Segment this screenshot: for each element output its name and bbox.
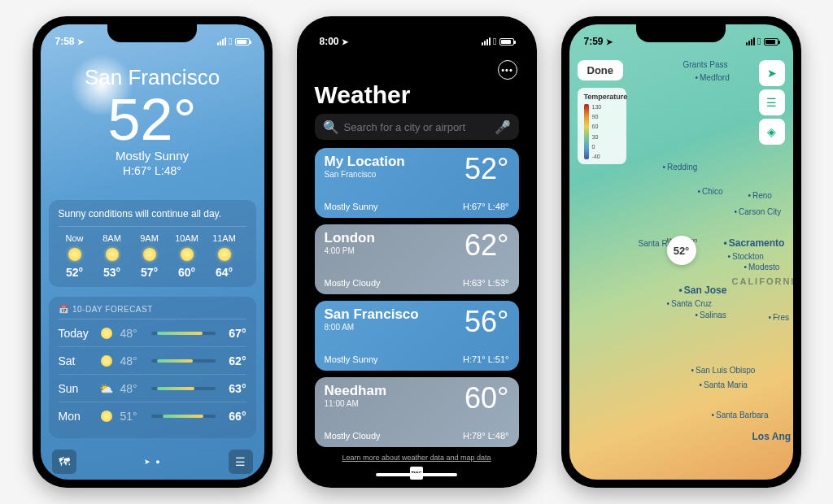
map-city-label: Los Ang bbox=[752, 431, 792, 442]
map-city-label: Medford bbox=[696, 73, 730, 82]
day-high: 66° bbox=[222, 410, 246, 423]
hourly-item: 9AM57° bbox=[133, 233, 166, 279]
legend-tick: 30 bbox=[592, 134, 602, 140]
legend-gradient bbox=[584, 104, 589, 159]
map-city-label: Chico bbox=[698, 187, 723, 196]
temp-range-bar bbox=[151, 415, 216, 418]
hourly-item: 10AM60° bbox=[171, 233, 203, 279]
city-card[interactable]: Needham11:00 AM60°Mostly CloudyH:78° L:4… bbox=[315, 377, 519, 447]
map-city-label: Redding bbox=[663, 163, 698, 172]
battery-icon bbox=[499, 38, 514, 46]
day-row[interactable]: Sun⛅48°63° bbox=[59, 375, 246, 402]
temp-range-bar bbox=[151, 387, 216, 390]
city-card[interactable]: San Francisco8:00 AM56°Mostly SunnyH:71°… bbox=[315, 301, 519, 371]
map-city-label: Reno bbox=[748, 191, 772, 200]
sun-icon bbox=[106, 248, 119, 261]
search-field[interactable]: 🔍 🎤 bbox=[315, 114, 519, 140]
battery-icon bbox=[764, 38, 778, 46]
hour-label: 11AM bbox=[212, 233, 236, 243]
settings-button[interactable]: ☰ bbox=[759, 89, 785, 115]
done-button[interactable]: Done bbox=[578, 60, 624, 80]
sun-icon bbox=[99, 354, 114, 368]
map-city-label: Sacramento bbox=[724, 237, 785, 249]
city-card-condition: Mostly Cloudy bbox=[325, 278, 381, 288]
list-icon: ☰ bbox=[766, 96, 777, 109]
legend-tick: 0 bbox=[592, 144, 602, 150]
clock: 7:59 bbox=[584, 36, 604, 47]
wifi-icon: 􀙇 bbox=[493, 36, 496, 47]
city-card-name: London bbox=[325, 231, 375, 246]
temperature-legend: Temperature 1309060300-40 bbox=[578, 88, 626, 164]
hour-temp: 64° bbox=[216, 266, 233, 279]
map-data-link[interactable]: map data bbox=[460, 454, 491, 462]
day-high: 62° bbox=[222, 354, 246, 367]
day-low: 48° bbox=[120, 382, 145, 395]
page-indicator[interactable]: ➤ ● bbox=[144, 458, 159, 466]
options-button[interactable]: ••• bbox=[498, 60, 517, 80]
legend-tick: -40 bbox=[592, 154, 602, 159]
home-indicator[interactable] bbox=[376, 473, 457, 476]
city-card-sub: 8:00 AM bbox=[325, 323, 419, 332]
city-card-sub: 11:00 AM bbox=[325, 399, 387, 408]
location-icon: ➤ bbox=[342, 37, 348, 46]
city-card[interactable]: London4:00 PM62°Mostly CloudyH:63° L:53° bbox=[315, 224, 519, 294]
city-card-hilo: H:67° L:48° bbox=[463, 202, 509, 211]
map-button[interactable]: 🗺 bbox=[52, 450, 76, 474]
day-name: Today bbox=[59, 327, 93, 340]
city-card-condition: Mostly Cloudy bbox=[325, 431, 381, 441]
map-city-label: Fres bbox=[769, 313, 790, 322]
state-label: CALIFORNIA bbox=[732, 276, 793, 286]
mic-icon[interactable]: 🎤 bbox=[495, 119, 511, 135]
partly-cloudy-icon: ⛅ bbox=[99, 381, 114, 396]
wifi-icon: 􀙇 bbox=[757, 36, 761, 47]
legend-tick: 130 bbox=[592, 104, 602, 110]
day-row[interactable]: Sat48°62° bbox=[59, 347, 246, 375]
sun-icon bbox=[99, 326, 114, 341]
map-city-label: Salinas bbox=[696, 311, 726, 319]
location-arrow-icon: ➤ bbox=[144, 458, 150, 466]
attribution-text: Learn more about weather data and map da… bbox=[315, 454, 519, 462]
search-input[interactable] bbox=[344, 121, 490, 133]
weather-data-link[interactable]: weather data bbox=[402, 454, 444, 462]
tenday-card[interactable]: 📅 10-DAY FORECAST Today48°67°Sat48°62°Su… bbox=[49, 297, 256, 438]
city-card-hilo: H:63° L:53° bbox=[463, 278, 509, 288]
hour-label: 9AM bbox=[140, 233, 159, 243]
hour-temp: 57° bbox=[141, 266, 158, 279]
hour-label: Now bbox=[65, 233, 83, 243]
clock: 7:58 bbox=[55, 36, 75, 47]
map-city-label: Santa Maria bbox=[700, 380, 748, 389]
day-high: 63° bbox=[222, 382, 246, 395]
sun-icon bbox=[181, 248, 194, 261]
city-card-sub: San Francisco bbox=[325, 170, 405, 179]
map-city-label: San Jose bbox=[679, 285, 727, 296]
day-row[interactable]: Mon51°66° bbox=[59, 402, 246, 430]
legend-tick: 60 bbox=[592, 124, 602, 129]
legend-title: Temperature bbox=[584, 93, 620, 101]
location-icon: ➤ bbox=[77, 37, 84, 46]
hourly-item: Now52° bbox=[59, 233, 91, 279]
day-low: 48° bbox=[120, 327, 145, 340]
current-condition: Mostly Sunny bbox=[41, 149, 264, 163]
location-icon: ➤ bbox=[606, 37, 613, 46]
city-card-temp: 52° bbox=[464, 154, 508, 184]
location-pin[interactable]: 52° My Location bbox=[667, 236, 698, 243]
wifi-icon: 􀙇 bbox=[229, 36, 232, 47]
hourly-card[interactable]: Sunny conditions will continue all day. … bbox=[49, 200, 256, 287]
day-low: 51° bbox=[120, 410, 145, 423]
locate-button[interactable]: ➤ bbox=[759, 60, 785, 86]
city-card-condition: Mostly Sunny bbox=[325, 202, 378, 211]
hour-label: 8AM bbox=[102, 233, 121, 243]
signal-icon bbox=[746, 37, 755, 46]
temp-range-bar bbox=[151, 359, 216, 363]
day-name: Mon bbox=[59, 410, 93, 423]
day-high: 67° bbox=[222, 327, 246, 340]
sun-icon bbox=[218, 248, 231, 261]
city-card-name: My Location bbox=[325, 154, 405, 170]
bottom-toolbar: 🗺 ➤ ● ☰ bbox=[41, 444, 264, 480]
city-card[interactable]: My LocationSan Francisco52°Mostly SunnyH… bbox=[315, 148, 519, 218]
list-button[interactable]: ☰ bbox=[229, 450, 253, 474]
hour-temp: 52° bbox=[66, 266, 83, 279]
day-row[interactable]: Today48°67° bbox=[59, 319, 246, 347]
map-city-label: Santa Cruz bbox=[667, 299, 713, 308]
layers-button[interactable]: ◈ bbox=[759, 119, 785, 145]
